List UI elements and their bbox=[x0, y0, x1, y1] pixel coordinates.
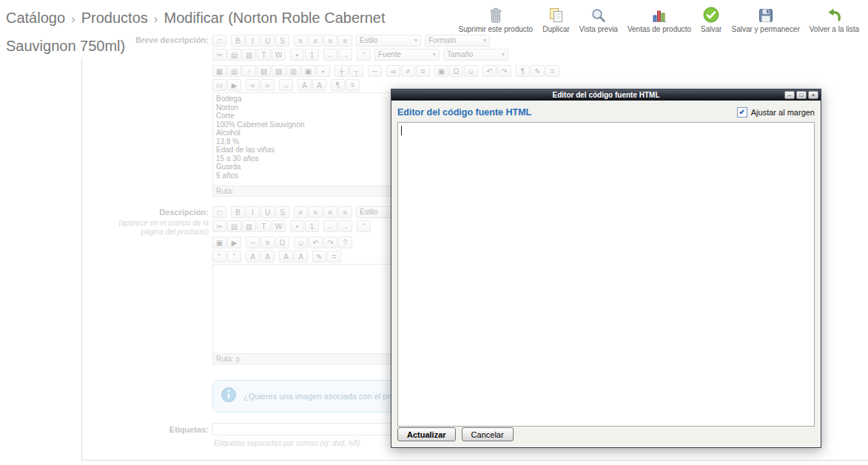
align-justify-icon[interactable]: ≡ bbox=[338, 206, 352, 218]
unlink-icon[interactable]: ≠ bbox=[401, 65, 415, 77]
undo-icon[interactable]: ↶ bbox=[482, 65, 497, 77]
window-controls: –□× bbox=[784, 91, 818, 99]
anchor-icon[interactable]: ¤ bbox=[416, 65, 430, 77]
text-color-icon[interactable]: A bbox=[279, 251, 293, 262]
font-size-select[interactable]: Tamaño▾ bbox=[443, 49, 508, 61]
new-document-icon[interactable]: □ bbox=[212, 206, 226, 218]
split-cells-icon[interactable]: ┼ bbox=[334, 65, 349, 77]
preview-icon[interactable]: ▶ bbox=[227, 79, 241, 91]
breadcrumb-separator-icon: › bbox=[71, 12, 75, 26]
insert-row-above-icon[interactable]: ▧ bbox=[257, 65, 271, 77]
duplicate-button[interactable]: Duplicar bbox=[542, 4, 570, 33]
bullet-list-icon[interactable]: • bbox=[290, 220, 304, 232]
save-button[interactable]: Salvar bbox=[701, 4, 721, 33]
source-code-icon[interactable]: = bbox=[346, 79, 360, 91]
background-color-icon[interactable]: A bbox=[312, 79, 326, 91]
numbered-list-icon[interactable]: 1 bbox=[305, 220, 319, 232]
cancel-button[interactable]: Cancelar bbox=[462, 427, 514, 441]
ltr-icon[interactable]: « bbox=[246, 79, 260, 91]
italic-icon[interactable]: I bbox=[246, 206, 260, 218]
help-icon[interactable]: ? bbox=[338, 237, 352, 248]
redo-icon[interactable]: ↷ bbox=[323, 237, 337, 248]
html-source-textarea[interactable] bbox=[397, 122, 815, 427]
product-edit-page: Catálogo›Productos›Modificar (Norton Rob… bbox=[0, 0, 868, 465]
align-left-icon[interactable]: ≡ bbox=[294, 206, 308, 218]
horizontal-rule-icon[interactable]: ─ bbox=[368, 65, 382, 77]
horizontal-rule-icon[interactable]: ─ bbox=[246, 237, 260, 248]
table-icon[interactable]: ▦ bbox=[212, 65, 226, 77]
undo-icon[interactable]: ↶ bbox=[309, 237, 323, 248]
anchor-icon[interactable]: ¤ bbox=[260, 237, 275, 248]
minimize-button[interactable]: – bbox=[784, 91, 795, 99]
emoticons-icon[interactable]: ☺ bbox=[294, 237, 308, 248]
checkmark-icon: ✔ bbox=[739, 109, 745, 116]
dialog-titlebar[interactable]: Editor del código fuente HTML –□× bbox=[391, 89, 821, 101]
duplicate-icon bbox=[548, 4, 565, 24]
back-to-list-button[interactable]: Volver a la lista bbox=[810, 4, 859, 33]
print-icon[interactable]: ▭ bbox=[212, 79, 226, 91]
pilcrow-icon[interactable]: ¶ bbox=[516, 65, 530, 77]
paste-word-icon[interactable]: W bbox=[272, 220, 286, 232]
paste-icon[interactable]: ▥ bbox=[242, 220, 256, 232]
visual-aid-icon[interactable]: ¶ bbox=[331, 79, 345, 91]
background-color-icon[interactable]: A bbox=[294, 251, 308, 262]
outdent-icon[interactable]: ← bbox=[323, 220, 337, 232]
source-textarea-wrap bbox=[397, 122, 815, 427]
edit-html-icon[interactable]: ✎ bbox=[531, 65, 545, 77]
word-wrap-toggle[interactable]: ✔ Ajustar al margen bbox=[737, 107, 815, 118]
close-button[interactable]: × bbox=[808, 91, 818, 99]
description-hint-line: (aparece en el cuerpo de la bbox=[118, 219, 209, 227]
charmap-icon[interactable]: Ω bbox=[275, 237, 289, 248]
strikethrough-icon[interactable]: S bbox=[275, 206, 289, 218]
abbreviation-icon[interactable]: A bbox=[246, 251, 260, 262]
citation-icon[interactable]: ” bbox=[227, 251, 241, 262]
trash-icon bbox=[488, 4, 503, 24]
breadcrumb-products[interactable]: Productos bbox=[81, 10, 148, 26]
update-button[interactable]: Actualizar bbox=[397, 427, 456, 441]
indent-icon[interactable]: → bbox=[338, 220, 352, 232]
image-icon[interactable]: ▣ bbox=[212, 237, 226, 248]
wrap-checkbox[interactable]: ✔ bbox=[737, 107, 747, 118]
table-cell-properties-icon[interactable]: ▫ bbox=[242, 65, 256, 77]
image-icon[interactable]: ▣ bbox=[434, 65, 448, 77]
align-right-icon[interactable]: ≡ bbox=[323, 206, 337, 218]
breadcrumb-separator-icon: › bbox=[154, 12, 158, 26]
insert-row-below-icon[interactable]: ▨ bbox=[272, 65, 286, 77]
emoticons-icon[interactable]: ☺ bbox=[464, 65, 478, 77]
underline-icon[interactable]: U bbox=[260, 206, 275, 218]
maximize-button[interactable]: □ bbox=[796, 91, 807, 99]
bold-icon[interactable]: B bbox=[231, 206, 245, 218]
tags-label: Etiquetas: bbox=[83, 425, 209, 434]
preview-button[interactable]: Vista previa bbox=[579, 4, 618, 33]
source-code-icon[interactable]: = bbox=[327, 251, 341, 262]
fullscreen-icon[interactable]: ⌂ bbox=[279, 79, 293, 91]
charmap-icon[interactable]: Ω bbox=[449, 65, 463, 77]
blockquote-icon[interactable]: “ bbox=[212, 251, 226, 262]
rtl-icon[interactable]: » bbox=[260, 79, 275, 91]
code-icon[interactable]: = bbox=[545, 65, 559, 77]
merge-cells-icon[interactable]: ┬ bbox=[349, 65, 363, 77]
redo-icon[interactable]: ↷ bbox=[497, 65, 511, 77]
cleanup-icon[interactable]: ✎ bbox=[312, 251, 326, 262]
delete-column-icon[interactable]: ▪ bbox=[316, 65, 330, 77]
media-icon[interactable]: ▶ bbox=[227, 237, 241, 248]
product-sales-button[interactable]: Ventas de producto bbox=[628, 4, 691, 33]
breadcrumb-catalog[interactable]: Catálogo bbox=[6, 10, 65, 26]
text-color-icon[interactable]: A bbox=[297, 79, 312, 91]
delete-row-icon[interactable]: ▥ bbox=[286, 65, 300, 77]
text-cursor bbox=[401, 126, 402, 135]
back-arrow-icon bbox=[825, 4, 843, 24]
insert-column-icon[interactable]: ▣ bbox=[301, 65, 315, 77]
description-hint: (aparece en el cuerpo de la página del p… bbox=[83, 219, 209, 237]
save-and-stay-button[interactable]: Salvar y permanecer bbox=[731, 4, 799, 33]
align-center-icon[interactable]: ≡ bbox=[309, 206, 323, 218]
acronym-icon[interactable]: A bbox=[260, 251, 275, 262]
magnifier-icon bbox=[591, 4, 607, 24]
copy-icon[interactable]: ▤ bbox=[227, 220, 241, 232]
link-icon[interactable]: ∞ bbox=[386, 65, 400, 77]
table-row-properties-icon[interactable]: ▤ bbox=[227, 65, 241, 77]
delete-product-button[interactable]: Suprimir este producto bbox=[459, 4, 534, 33]
blockquote-icon[interactable]: “ bbox=[357, 220, 371, 232]
paste-text-icon[interactable]: T bbox=[257, 220, 271, 232]
cut-icon[interactable]: ✂ bbox=[212, 220, 226, 232]
